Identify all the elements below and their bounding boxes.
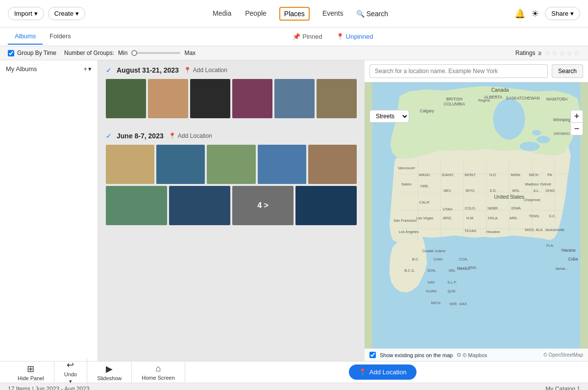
create-label: Create bbox=[54, 10, 74, 17]
photo-item[interactable] bbox=[207, 145, 255, 184]
svg-text:MINN.: MINN. bbox=[511, 173, 521, 177]
options-bar: Group By Time Number of Groups: Min Max … bbox=[0, 46, 588, 60]
svg-text:Jacksonville: Jacksonville bbox=[545, 228, 564, 232]
groups-slider[interactable] bbox=[131, 52, 180, 54]
second-navigation: Albums Folders 📌 Pinned 📍 Unpinned bbox=[0, 27, 588, 46]
svg-text:Regina: Regina bbox=[478, 98, 490, 103]
nav-tab-events[interactable]: Events bbox=[321, 7, 344, 20]
photo-item[interactable] bbox=[317, 79, 357, 118]
tab-pinned[interactable]: 📌 Pinned bbox=[291, 32, 324, 41]
photo-item[interactable] bbox=[274, 79, 315, 118]
create-chevron-icon: ▾ bbox=[75, 10, 79, 17]
hide-panel-button[interactable]: ⊞ Hide Panel bbox=[14, 362, 48, 383]
star-2[interactable]: ☆ bbox=[552, 49, 558, 57]
nav-tab-media[interactable]: Media bbox=[212, 7, 232, 20]
import-label: Import bbox=[14, 10, 32, 17]
svg-text:MICH.: MICH. bbox=[529, 173, 539, 177]
photo-item[interactable]: 4 > bbox=[232, 186, 294, 225]
svg-text:Calgary: Calgary bbox=[420, 108, 435, 113]
toolbar-group-undo: ↩ Undo ▾ bbox=[54, 358, 87, 387]
star-4[interactable]: ☆ bbox=[566, 49, 573, 57]
svg-text:United States: United States bbox=[494, 194, 524, 200]
group-check-icon[interactable]: ✓ bbox=[106, 66, 112, 74]
add-location-jun2023[interactable]: 📍 Add Location bbox=[169, 132, 212, 139]
photo-item[interactable] bbox=[169, 186, 230, 225]
svg-text:Madison: Madison bbox=[525, 182, 539, 186]
photo-item[interactable] bbox=[190, 79, 230, 118]
star-5[interactable]: ☆ bbox=[574, 49, 580, 57]
svg-text:ILL.: ILL. bbox=[534, 188, 539, 193]
map-type-select[interactable]: Streets Satellite Hybrid bbox=[369, 110, 409, 123]
svg-text:WASH.: WASH. bbox=[419, 173, 431, 177]
photo-item[interactable] bbox=[308, 145, 357, 184]
svg-text:Cheyenne: Cheyenne bbox=[524, 198, 540, 202]
group-header-jun2023: ✓ June 8-7, 2023 📍 Add Location bbox=[106, 132, 357, 140]
zoom-out-button[interactable]: − bbox=[570, 123, 583, 135]
nav-tab-places[interactable]: Places bbox=[279, 7, 310, 21]
svg-text:ONTARIO: ONTARIO bbox=[553, 131, 570, 136]
undo-button[interactable]: ↩ Undo ▾ bbox=[60, 358, 81, 387]
svg-text:TENN.: TENN. bbox=[529, 214, 539, 218]
svg-text:Canada: Canada bbox=[491, 87, 509, 93]
svg-text:SON.: SON. bbox=[427, 268, 436, 273]
svg-text:UTAH: UTAH bbox=[442, 207, 452, 211]
theme-icon[interactable]: ☀ bbox=[531, 8, 539, 19]
svg-text:GUAN.: GUAN. bbox=[426, 289, 438, 293]
map-search-input[interactable] bbox=[369, 64, 548, 78]
photo-item[interactable] bbox=[295, 186, 357, 225]
zoom-in-button[interactable]: + bbox=[570, 110, 583, 123]
tab-albums[interactable]: Albums bbox=[8, 28, 43, 45]
photo-item[interactable] bbox=[148, 79, 188, 118]
svg-text:MONT.: MONT. bbox=[465, 173, 476, 177]
photo-item[interactable] bbox=[232, 79, 272, 118]
photo-group-aug2023: ✓ August 31-21, 2023 📍 Add Location bbox=[98, 60, 365, 126]
photo-item[interactable] bbox=[106, 79, 146, 118]
group-by-time-checkbox[interactable]: Group By Time bbox=[8, 50, 56, 56]
svg-text:ARIZ.: ARIZ. bbox=[443, 216, 452, 220]
chevron-icon: ▾ bbox=[88, 65, 92, 73]
home-screen-button[interactable]: ⌂ Home Screen bbox=[138, 362, 178, 383]
star-1[interactable]: ☆ bbox=[544, 49, 551, 57]
map-area[interactable]: Streets Satellite Hybrid + − bbox=[365, 82, 588, 361]
nav-tab-search[interactable]: 🔍 Search bbox=[356, 10, 388, 18]
map-search-button[interactable]: Search bbox=[552, 64, 583, 78]
nav-tab-people[interactable]: People bbox=[244, 7, 268, 20]
undo-icon: ↩ bbox=[67, 360, 74, 370]
photo-item[interactable] bbox=[106, 186, 167, 225]
plus-icon: + bbox=[83, 65, 87, 73]
photo-item[interactable] bbox=[106, 145, 154, 184]
add-album-button[interactable]: + ▾ bbox=[83, 65, 92, 73]
more-photos-overlay[interactable]: 4 > bbox=[232, 186, 294, 225]
slider-thumb[interactable] bbox=[131, 50, 137, 56]
tab-unpinned[interactable]: 📍 Unpinned bbox=[334, 32, 375, 41]
group-by-time-input[interactable] bbox=[8, 50, 14, 56]
photo-item[interactable] bbox=[156, 145, 205, 184]
unpin-icon: 📍 bbox=[336, 33, 344, 40]
svg-text:Detroit: Detroit bbox=[540, 182, 552, 186]
undo-chevron-icon: ▾ bbox=[69, 378, 72, 385]
share-button[interactable]: Share ▾ bbox=[545, 7, 580, 20]
svg-text:S.C.: S.C. bbox=[549, 214, 556, 218]
notifications-icon[interactable]: 🔔 bbox=[514, 8, 525, 19]
photo-row-jun2023-1 bbox=[106, 145, 357, 184]
svg-text:VER.: VER. bbox=[449, 302, 458, 306]
map-svg: BRITISH COLUMBIA ALBERTA SASKATCHEWAN MA… bbox=[365, 82, 588, 361]
add-location-aug2023[interactable]: 📍 Add Location bbox=[184, 67, 227, 74]
tab-folders[interactable]: Folders bbox=[43, 28, 77, 45]
group-check-icon[interactable]: ✓ bbox=[106, 132, 112, 140]
create-button[interactable]: Create ▾ bbox=[48, 7, 85, 20]
svg-text:ARK.: ARK. bbox=[510, 216, 518, 220]
import-button[interactable]: Import ▾ bbox=[8, 7, 44, 20]
svg-text:San Francisco: San Francisco bbox=[393, 218, 417, 223]
num-groups-control: Number of Groups: Min Max bbox=[64, 50, 196, 56]
svg-point-1 bbox=[519, 142, 539, 151]
photo-item[interactable] bbox=[258, 145, 306, 184]
map-search-bar: Search bbox=[365, 60, 588, 82]
svg-text:CHIH.: CHIH. bbox=[434, 257, 443, 261]
slideshow-button[interactable]: ▶ Slideshow bbox=[93, 362, 125, 383]
add-location-main-button[interactable]: 📍 Add Location bbox=[349, 364, 416, 380]
show-pins-checkbox[interactable] bbox=[369, 352, 376, 358]
toolbar-group-homescreen: ⌂ Home Screen bbox=[132, 362, 185, 383]
stars-rating[interactable]: ☆ ☆ ☆ ☆ ☆ bbox=[544, 49, 580, 57]
star-3[interactable]: ☆ bbox=[559, 49, 565, 57]
